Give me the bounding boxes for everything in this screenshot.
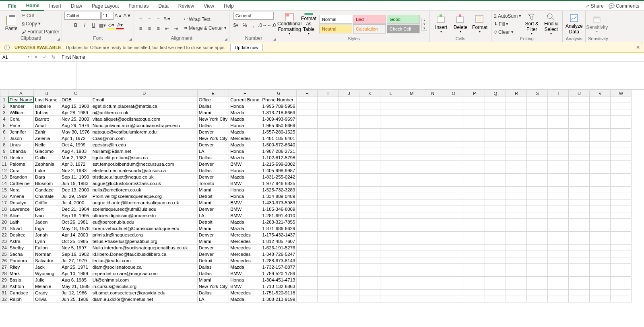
cell-Q20[interactable] [485, 219, 506, 225]
cell-I30[interactable] [318, 283, 339, 290]
increase-indent-icon[interactable]: ⇥ [172, 25, 180, 33]
cell-W17[interactable] [611, 199, 632, 206]
cell-N18[interactable] [422, 206, 443, 212]
cell-J14[interactable] [339, 180, 359, 187]
cell-V31[interactable] [590, 290, 611, 296]
cell-A12[interactable]: Cora [8, 167, 33, 174]
cell-H8[interactable] [297, 142, 318, 148]
cell-W9[interactable] [611, 148, 632, 154]
cell-J29[interactable] [339, 277, 359, 283]
cell-F18[interactable]: BMW [229, 206, 261, 212]
cell-W18[interactable] [611, 206, 632, 212]
conditional-formatting-button[interactable]: Conditional Formatting▾ [281, 12, 298, 36]
cell-K22[interactable] [359, 232, 380, 238]
cell-G23[interactable]: 1-812-485-7607 [261, 238, 297, 245]
cell-K29[interactable] [359, 277, 380, 283]
cell-R4[interactable] [506, 116, 527, 122]
cell-Q27[interactable] [485, 264, 506, 270]
cell-E28[interactable]: Dallas [197, 270, 229, 277]
cell-F10[interactable]: Mazda [229, 154, 261, 161]
row-header-23[interactable]: 23 [0, 238, 8, 245]
cell-B1[interactable]: Last Name [34, 97, 60, 103]
cell-G18[interactable]: 1-185-346-8069 [261, 206, 297, 212]
cell-F7[interactable]: Mercedes [229, 135, 261, 142]
cell-T21[interactable] [548, 225, 569, 232]
cell-R28[interactable] [506, 270, 527, 277]
cell-D3[interactable]: a@aclibero.co.uk [91, 109, 197, 116]
cell-L1[interactable] [380, 97, 401, 103]
cell-J24[interactable] [339, 245, 359, 251]
cell-W6[interactable] [611, 129, 632, 135]
row-header-25[interactable]: 25 [0, 251, 8, 257]
cell-D7[interactable]: Cras@non.com [91, 135, 197, 142]
cell-V17[interactable] [590, 199, 611, 206]
cell-B16[interactable]: Chantale [34, 193, 60, 199]
cell-I29[interactable] [318, 277, 339, 283]
cell-M28[interactable] [401, 270, 422, 277]
cell-C19[interactable]: Sep 16, 1995 [60, 212, 91, 219]
cell-Q30[interactable] [485, 283, 506, 290]
cell-W15[interactable] [611, 187, 632, 193]
cell-A4[interactable]: Cora [8, 116, 33, 122]
cell-C14[interactable]: Jun 19, 1983 [60, 180, 91, 187]
cell-L17[interactable] [380, 199, 401, 206]
cell-V3[interactable] [590, 109, 611, 116]
cell-T2[interactable] [548, 103, 569, 109]
cell-U16[interactable] [569, 193, 590, 199]
cell-C28[interactable]: Apr 10, 1999 [60, 270, 91, 277]
cell-G5[interactable]: 1-965-950-6669 [261, 122, 297, 129]
cell-V4[interactable] [590, 116, 611, 122]
cell-Q23[interactable] [485, 238, 506, 245]
cell-E1[interactable]: Office [197, 97, 229, 103]
cell-W24[interactable] [611, 245, 632, 251]
cell-A31[interactable]: Candace [8, 290, 33, 296]
cell-H7[interactable] [297, 135, 318, 142]
cell-H13[interactable] [297, 174, 318, 180]
paste-button[interactable]: Paste [2, 12, 20, 35]
cell-J15[interactable] [339, 187, 359, 193]
cell-D14[interactable]: augue@luctuslobortisClass.co.uk [91, 180, 197, 187]
cell-K23[interactable] [359, 238, 380, 245]
cell-I20[interactable] [318, 219, 339, 225]
cell-H9[interactable] [297, 148, 318, 154]
cell-O3[interactable] [443, 109, 464, 116]
tab-insert[interactable]: Insert [44, 2, 66, 10]
cell-B13[interactable]: Dara [34, 174, 60, 180]
cell-B10[interactable]: Cailin [34, 154, 60, 161]
cell-G22[interactable]: 1-175-432-1437 [261, 232, 297, 238]
cell-A10[interactable]: Hector [8, 154, 33, 161]
cell-G14[interactable]: 1-977-946-8825 [261, 180, 297, 187]
cell-G12[interactable]: 1-405-998-9987 [261, 167, 297, 174]
cell-C13[interactable]: Sep 11, 1990 [60, 174, 91, 180]
cell-I32[interactable] [318, 296, 339, 302]
cell-L23[interactable] [380, 238, 401, 245]
cell-W3[interactable] [611, 109, 632, 116]
cell-T11[interactable] [548, 161, 569, 167]
cell-J7[interactable] [339, 135, 359, 142]
cell-E20[interactable]: Detroit [197, 219, 229, 225]
row-header-4[interactable]: 4 [0, 116, 8, 122]
cell-P8[interactable] [464, 142, 485, 148]
tab-help[interactable]: Help [219, 2, 239, 10]
cell-W4[interactable] [611, 116, 632, 122]
cell-D8[interactable]: egestas@in.edu [91, 142, 197, 148]
cell-M31[interactable] [401, 290, 422, 296]
cell-O7[interactable] [443, 135, 464, 142]
cell-P10[interactable] [464, 154, 485, 161]
cell-E10[interactable]: Dallas [197, 154, 229, 161]
number-format-select[interactable] [233, 12, 274, 20]
cell-A28[interactable]: Mark [8, 270, 33, 277]
cell-N1[interactable] [422, 97, 443, 103]
cell-V18[interactable] [590, 206, 611, 212]
cell-D19[interactable]: ultricies.dignissim@ornare.edu [91, 212, 197, 219]
cell-M26[interactable] [401, 257, 422, 264]
cell-S21[interactable] [527, 225, 548, 232]
font-name-select[interactable] [64, 12, 101, 20]
decrease-decimal-icon[interactable]: ←.0 [267, 21, 275, 29]
cell-E9[interactable]: LA [197, 148, 229, 154]
cell-A27[interactable]: Riley [8, 264, 33, 270]
cell-O8[interactable] [443, 142, 464, 148]
cell-E13[interactable]: Denver [197, 174, 229, 180]
cell-G11[interactable]: 1-215-699-2002 [261, 161, 297, 167]
tab-home[interactable]: Home [21, 1, 44, 11]
